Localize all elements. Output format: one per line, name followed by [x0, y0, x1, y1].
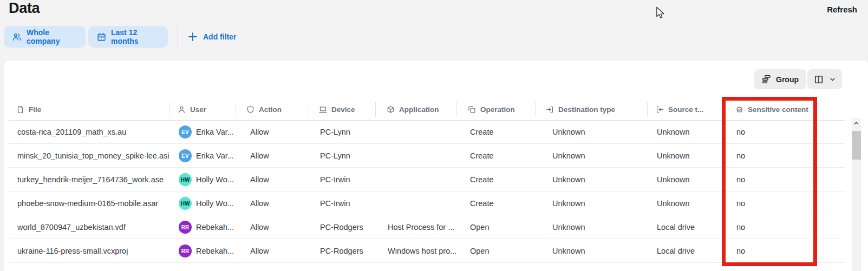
cube-icon [387, 105, 395, 114]
column-header-sensitive-content[interactable]: Sensitive content [735, 98, 808, 120]
source-type-cell: Unknown [657, 120, 689, 144]
columns-icon [814, 75, 824, 84]
user-cell: HW Holly Wo... [179, 168, 234, 191]
sensitive-content-cell: no [736, 239, 745, 263]
device-cell: PC-Lynn [320, 144, 350, 168]
application-cell: Host Process for ... [388, 215, 454, 239]
column-separator [375, 102, 376, 117]
sensitive-content-cell: no [736, 215, 745, 239]
column-header-label: Sensitive content [748, 105, 808, 114]
table-row[interactable]: minsk_20_tunisia_top_money_spike-lee.asi… [9, 144, 845, 168]
avatar: EV [179, 125, 192, 138]
user-icon [178, 105, 186, 114]
export-icon [546, 105, 554, 114]
column-header-user[interactable]: User [178, 98, 206, 120]
device-cell: PC-Irwin [320, 168, 350, 191]
column-separator [236, 102, 236, 117]
column-header-action[interactable]: Action [246, 98, 282, 120]
application-cell: Windows host pro... [388, 239, 456, 263]
destination-type-cell: Unknown [552, 120, 585, 144]
avatar: HW [179, 197, 192, 210]
file-cell: costa-rica_201109_math_xs.au [17, 120, 126, 144]
scroll-up-arrow-icon[interactable] [852, 118, 861, 128]
file-cell: ukraine-116-press-small.vcxproj [17, 239, 128, 263]
column-header-device[interactable]: Device [319, 98, 355, 120]
file-cell: minsk_20_tunisia_top_money_spike-lee.asi [17, 144, 169, 168]
incognito-icon [735, 105, 743, 114]
user-cell: RR Rebekah... [179, 239, 234, 263]
column-header-file[interactable]: File [16, 98, 41, 120]
filter-chip-whole-company[interactable]: Whole company [4, 26, 86, 48]
column-separator [456, 102, 457, 117]
file-cell: turkey_hendrik-meijer_7164736_work.ase [17, 168, 164, 191]
mouse-cursor [656, 6, 664, 18]
column-header-label: User [190, 105, 206, 114]
file-cell: world_8700947_uzbekistan.vdf [17, 215, 126, 239]
table-row[interactable]: world_8700947_uzbekistan.vdf RR Rebekah.… [9, 215, 845, 239]
filter-chip-time-range[interactable]: Last 12 months [88, 26, 168, 48]
user-name: Holly Wo... [196, 199, 234, 208]
copy-icon [468, 105, 476, 114]
table-row[interactable]: phoebe-snow-medium-0165-mobile.asar HW H… [9, 191, 845, 215]
table-row[interactable]: turkey_hendrik-meijer_7164736_work.ase H… [9, 168, 845, 191]
operation-cell: Open [470, 215, 489, 239]
user-name: Rebekah... [196, 223, 234, 232]
column-separator [309, 102, 309, 117]
column-header-destination-type[interactable]: Destination type [546, 98, 615, 120]
action-cell: Allow [250, 215, 269, 239]
column-header-label: Operation [480, 105, 515, 114]
avatar: RR [179, 221, 192, 234]
add-filter-label: Add filter [203, 32, 236, 41]
device-cell: PC-Rodgers [320, 215, 363, 239]
filter-chip-label: Last 12 months [111, 28, 159, 45]
avatar: RR [179, 244, 192, 257]
destination-type-cell: Unknown [552, 239, 585, 263]
group-button[interactable]: Group [754, 69, 806, 89]
columns-button[interactable] [807, 69, 842, 89]
page-title: Data [9, 0, 40, 17]
avatar: HW [179, 173, 192, 186]
column-separator [535, 102, 536, 117]
sensitive-content-cell: no [736, 191, 745, 215]
source-type-cell: Unknown [657, 191, 689, 215]
file-cell: phoebe-snow-medium-0165-mobile.asar [17, 191, 158, 215]
device-cell: PC-Rodgers [320, 239, 363, 263]
group-icon [762, 75, 771, 84]
column-header-label: Application [399, 105, 439, 114]
action-cell: Allow [250, 120, 269, 144]
destination-type-cell: Unknown [552, 215, 585, 239]
column-header-operation[interactable]: Operation [468, 98, 515, 120]
add-filter-button[interactable]: Add filter [185, 26, 239, 48]
chevron-down-icon [829, 76, 836, 83]
user-cell: HW Holly Wo... [179, 191, 234, 215]
scrollbar-thumb[interactable] [852, 131, 861, 160]
user-name: Erika Var... [196, 151, 234, 160]
people-icon [12, 32, 22, 42]
destination-type-cell: Unknown [552, 144, 585, 168]
file-icon [16, 105, 24, 114]
filter-chip-label: Whole company [27, 28, 77, 45]
refresh-button[interactable]: Refresh [824, 4, 860, 15]
destination-type-cell: Unknown [552, 191, 585, 215]
table-row[interactable]: ukraine-116-press-small.vcxproj RR Rebek… [9, 239, 845, 263]
table-row[interactable]: costa-rica_201109_math_xs.au EV Erika Va… [9, 120, 845, 144]
user-name: Rebekah... [196, 247, 234, 255]
vertical-scrollbar[interactable] [852, 118, 861, 271]
sensitive-content-cell: no [736, 168, 745, 191]
column-header-source-type[interactable]: Source t... [656, 98, 703, 120]
source-type-cell: Local drive [657, 239, 695, 263]
source-type-cell: Local drive [657, 215, 695, 239]
action-cell: Allow [250, 168, 269, 191]
device-cell: PC-Irwin [320, 191, 350, 215]
user-cell: EV Erika Var... [179, 120, 234, 144]
source-type-cell: Unknown [657, 168, 689, 191]
group-button-label: Group [776, 75, 799, 84]
column-header-label: Device [331, 105, 355, 114]
column-header-label: Destination type [558, 105, 615, 114]
column-header-application[interactable]: Application [387, 98, 439, 120]
destination-type-cell: Unknown [552, 168, 585, 191]
calendar-icon [97, 32, 106, 42]
sensitive-content-cell: no [736, 144, 745, 168]
laptop-icon [319, 105, 327, 114]
action-cell: Allow [250, 191, 269, 215]
